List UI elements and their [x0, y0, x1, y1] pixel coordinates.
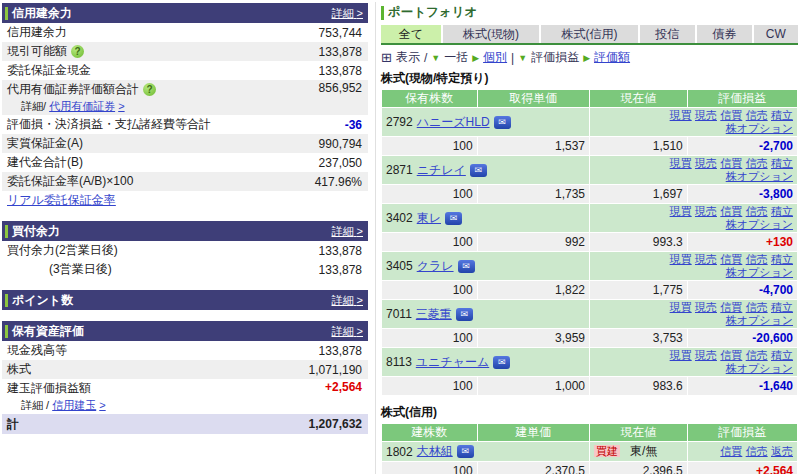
cash-buy-link[interactable]: 現買	[670, 109, 692, 121]
margin-buy-link[interactable]: 信買	[720, 205, 742, 217]
stock-option-link[interactable]: 株オプション	[726, 218, 793, 230]
tab-stock-cash[interactable]: 株式(現物)	[443, 25, 539, 43]
margin-sell-link[interactable]: 信売	[746, 109, 768, 121]
collateral-securities-link[interactable]: 代用有価証券	[49, 100, 115, 112]
stock-name-row: 3405 クラレ ✉ 現買 現売 信買 信売 積立 株オプション	[382, 252, 798, 281]
margin-sell-link[interactable]: 信売	[746, 445, 768, 457]
accumulate-link[interactable]: 積立	[771, 157, 793, 169]
margin-sell-link[interactable]: 信売	[746, 157, 768, 169]
grid-icon: ⊞	[381, 51, 392, 64]
margin-sell-link[interactable]: 信売	[746, 253, 768, 265]
accumulate-link[interactable]: 積立	[771, 205, 793, 217]
cash-sell-link[interactable]: 現売	[695, 157, 717, 169]
collateral-securities-arrow[interactable]: >	[118, 100, 124, 112]
buying-power-row: 買付余力(2営業日後) 133,878	[2, 241, 368, 260]
accent-bar	[5, 225, 8, 238]
credit-row: 現引可能額 ? 133,878	[2, 42, 368, 61]
triangle-right-icon: ▶	[583, 53, 590, 63]
stock-link[interactable]: 東レ	[417, 210, 441, 227]
stock-value-row: 100 1,537 1,510 -2,700	[382, 137, 798, 156]
credit-row: 建代金合計(B) 237,050	[2, 153, 368, 172]
margin-positions-arrow[interactable]: >	[99, 399, 105, 411]
cash-sell-link[interactable]: 現売	[695, 301, 717, 313]
valuation-link[interactable]: 評価額	[594, 49, 630, 66]
stock-value-row: 100 3,959 3,753 -20,600	[382, 329, 798, 348]
accumulate-link[interactable]: 積立	[771, 253, 793, 265]
mail-icon[interactable]: ✉	[494, 116, 511, 129]
stock-link[interactable]: ハニーズHLD	[417, 114, 490, 131]
stock-link[interactable]: 三菱重	[416, 306, 452, 323]
tab-all[interactable]: 全て	[381, 25, 441, 43]
detail-link[interactable]: 詳細 >	[332, 324, 364, 339]
mail-icon[interactable]: ✉	[458, 260, 475, 273]
mail-icon[interactable]: ✉	[470, 164, 487, 177]
individual-link[interactable]: 個別	[483, 49, 507, 66]
margin-buy-link[interactable]: 信買	[720, 301, 742, 313]
margin-sell-link[interactable]: 信売	[746, 301, 768, 313]
stock-value-row: 100 1,000 983.6 -1,640	[382, 377, 798, 396]
stock-link[interactable]: クラレ	[417, 258, 454, 275]
stock-link[interactable]: 大林組	[417, 443, 453, 460]
accumulate-link[interactable]: 積立	[771, 349, 793, 361]
mail-icon[interactable]: ✉	[456, 308, 473, 321]
section-title: 買付余力	[12, 223, 332, 240]
margin-sell-link[interactable]: 信売	[746, 205, 768, 217]
accumulate-link[interactable]: 積立	[771, 301, 793, 313]
stock-link[interactable]: ユニチャーム	[416, 354, 489, 371]
cash-sell-link[interactable]: 現売	[695, 205, 717, 217]
margin-positions-link[interactable]: 信用建玉	[52, 399, 96, 411]
margin-buy-link[interactable]: 信買	[720, 349, 742, 361]
margin-buy-link[interactable]: 信買	[720, 445, 742, 457]
detail-link[interactable]: 詳細 >	[332, 6, 364, 21]
cash-buy-link[interactable]: 現買	[670, 205, 692, 217]
credit-row: 信用建余力 753,744	[2, 23, 368, 42]
credit-row: 委託保証金率(A/B)×100 417.96%	[2, 172, 368, 191]
margin-stocks-title: 株式(信用)	[381, 404, 798, 421]
stock-option-link[interactable]: 株オプション	[726, 362, 793, 374]
portfolio-tabs: 全て 株式(現物) 株式(信用) 投信 債券 CW	[381, 25, 798, 45]
account-summary-panel: 信用建余力 詳細 > 信用建余力 753,744 現引可能額 ? 133,878…	[2, 2, 368, 474]
stock-option-link[interactable]: 株オプション	[726, 122, 793, 134]
mail-icon[interactable]: ✉	[493, 356, 510, 369]
triangle-right-icon: ▶	[472, 53, 479, 63]
margin-buy-link[interactable]: 信買	[720, 253, 742, 265]
stock-value-row: 100 1,735 1,697 -3,800	[382, 185, 798, 204]
stock-name-row: 2792 ハニーズHLD ✉ 現買 現売 信買 信売 積立 株オプション	[382, 108, 798, 137]
stock-value-row: 100 1,822 1,775 -4,700	[382, 281, 798, 300]
realtime-margin-link[interactable]: リアル委託保証金率	[7, 192, 116, 209]
margin-buy-link[interactable]: 信買	[720, 109, 742, 121]
tab-bonds[interactable]: 債券	[697, 25, 752, 43]
cash-sell-link[interactable]: 現売	[695, 349, 717, 361]
mail-icon[interactable]: ✉	[445, 212, 462, 225]
stock-option-link[interactable]: 株オプション	[726, 314, 793, 326]
margin-sell-link[interactable]: 信売	[746, 349, 768, 361]
stock-name-row: 1802 大林組 ✉ 買建東/無 信買 信売 返売	[382, 442, 798, 462]
pl-label: 評価損益	[531, 49, 579, 66]
cash-sell-link[interactable]: 現売	[695, 109, 717, 121]
tab-funds[interactable]: 投信	[640, 25, 695, 43]
cash-sell-link[interactable]: 現売	[695, 253, 717, 265]
mail-icon[interactable]: ✉	[457, 445, 474, 458]
triangle-down-icon: ▼	[431, 53, 440, 63]
assets-row: 建玉評価損益額 詳細 / 信用建玉 > +2,564	[2, 379, 368, 414]
tab-stock-margin[interactable]: 株式(信用)	[541, 25, 637, 43]
help-icon[interactable]: ?	[143, 83, 156, 96]
cash-buy-link[interactable]: 現買	[670, 157, 692, 169]
detail-link[interactable]: 詳細 >	[332, 224, 364, 239]
cash-buy-link[interactable]: 現買	[670, 301, 692, 313]
section-title: 信用建余力	[12, 5, 332, 22]
repay-sell-link[interactable]: 返売	[771, 445, 793, 457]
margin-buy-link[interactable]: 信買	[720, 157, 742, 169]
tab-cw[interactable]: CW	[754, 25, 798, 43]
cash-buy-link[interactable]: 現買	[670, 349, 692, 361]
stock-option-link[interactable]: 株オプション	[726, 170, 793, 182]
help-icon[interactable]: ?	[71, 45, 84, 58]
assets-row: 株式 1,071,190	[2, 360, 368, 379]
stock-link[interactable]: ニチレイ	[417, 162, 466, 179]
detail-link[interactable]: 詳細 >	[332, 293, 364, 308]
section-title: ポイント数	[12, 292, 332, 309]
stock-name-row: 7011 三菱重 ✉ 現買 現売 信買 信売 積立 株オプション	[382, 300, 798, 329]
accumulate-link[interactable]: 積立	[771, 109, 793, 121]
cash-buy-link[interactable]: 現買	[670, 253, 692, 265]
stock-option-link[interactable]: 株オプション	[726, 266, 793, 278]
